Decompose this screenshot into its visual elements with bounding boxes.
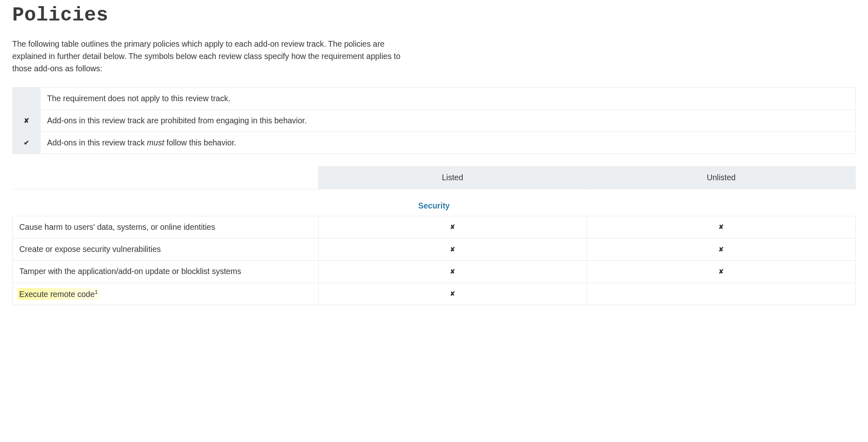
policy-listed-cell: ✘ [318, 283, 587, 305]
legend-desc: Add-ons in this review track must follow… [41, 132, 856, 154]
legend-desc-text: Add-ons in this review track [47, 138, 147, 147]
legend-symbol-x: ✘ [13, 109, 41, 131]
legend-row: The requirement does not apply to this r… [13, 87, 856, 109]
policy-label: Cause harm to users' data, systems, or o… [13, 216, 319, 238]
blank-header [13, 167, 319, 189]
legend-symbol [13, 87, 41, 109]
header-listed: Listed [318, 167, 587, 189]
legend-row: ✘ Add-ons in this review track are prohi… [13, 109, 856, 131]
policy-unlisted-cell: ✘ [587, 238, 855, 261]
section-row: Security [13, 189, 856, 216]
policy-listed-cell: ✘ [318, 261, 587, 283]
legend-row: ✔ Add-ons in this review track must foll… [13, 132, 856, 154]
policy-listed-cell: ✘ [318, 216, 587, 238]
policy-listed-cell: ✘ [318, 238, 587, 261]
policy-label: Create or expose security vulnerabilitie… [13, 238, 319, 261]
footnote-ref: 1 [95, 289, 98, 295]
policy-row: Create or expose security vulnerabilitie… [13, 238, 856, 261]
legend-desc-italic: must [147, 138, 164, 147]
policy-row: Tamper with the application/add-on updat… [13, 261, 856, 283]
policy-unlisted-cell: ✘ [587, 261, 855, 283]
policy-label: Execute remote code1 [13, 283, 319, 305]
policy-header-row: Listed Unlisted [13, 167, 856, 189]
legend-desc: Add-ons in this review track are prohibi… [41, 109, 856, 131]
policy-row: Cause harm to users' data, systems, or o… [13, 216, 856, 238]
policy-table: Listed Unlisted Security Cause harm to u… [12, 166, 856, 305]
policy-unlisted-cell [587, 283, 855, 305]
page-title: Policies [12, 4, 856, 26]
legend-table: The requirement does not apply to this r… [12, 87, 856, 154]
policy-label-text: Execute remote code [19, 289, 95, 298]
policy-unlisted-cell: ✘ [587, 216, 855, 238]
policy-label: Tamper with the application/add-on updat… [13, 261, 319, 283]
intro-paragraph: The following table outlines the primary… [12, 38, 405, 75]
header-unlisted: Unlisted [587, 167, 855, 189]
section-heading-security: Security [13, 189, 856, 216]
policy-row: Execute remote code1 ✘ [13, 283, 856, 305]
legend-desc: The requirement does not apply to this r… [41, 87, 856, 109]
highlighted-label: Execute remote code1 [18, 288, 99, 300]
legend-symbol-check: ✔ [13, 132, 41, 154]
legend-desc-text: follow this behavior. [164, 138, 236, 147]
